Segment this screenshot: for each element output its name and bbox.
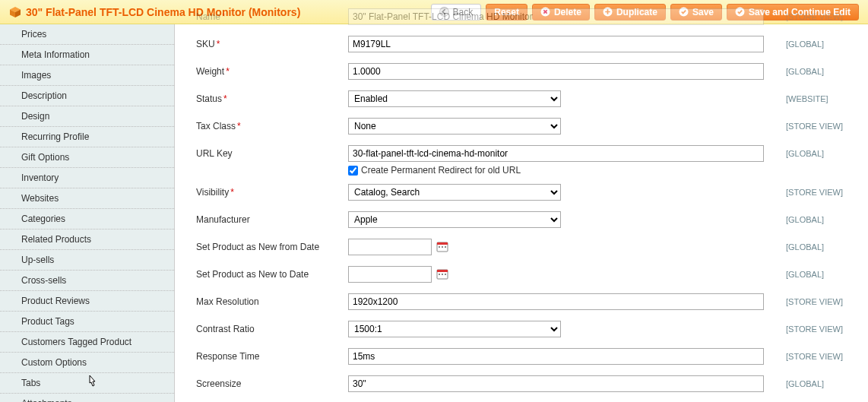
label-name: Name [196, 11, 220, 22]
scope-screensize: [GLOBAL] [786, 379, 854, 388]
label-visibility: Visibility [196, 187, 229, 198]
sidebar-item-images[interactable]: Images [0, 65, 174, 86]
sidebar-item-upsells[interactable]: Up-sells [0, 250, 174, 271]
svg-rect-11 [442, 246, 443, 248]
manufacturer-select[interactable]: Apple [348, 211, 561, 228]
svg-rect-9 [437, 242, 448, 245]
name-input[interactable] [348, 8, 764, 25]
scope-response: [STORE VIEW] [786, 352, 854, 361]
sidebar-item-meta[interactable]: Meta Information [0, 45, 174, 65]
sidebar-item-recurring[interactable]: Recurring Profile [0, 127, 174, 147]
label-response: Response Time [196, 351, 259, 362]
scope-taxclass: [STORE VIEW] [786, 122, 854, 131]
redirect-label: Create Permanent Redirect for old URL [361, 165, 521, 176]
label-manufacturer: Manufacturer [196, 214, 250, 225]
weight-input[interactable] [348, 63, 764, 80]
svg-rect-14 [437, 270, 448, 272]
scope-sku: [GLOBAL] [786, 40, 854, 49]
redirect-checkbox[interactable] [348, 166, 358, 176]
scope-urlkey: [GLOBAL] [786, 149, 854, 158]
contrast-select[interactable]: 1500:1 [348, 321, 561, 337]
screensize-input[interactable] [348, 375, 764, 392]
label-urlkey: URL Key [196, 148, 233, 159]
sidebar-item-prices[interactable]: Prices [0, 24, 174, 45]
newto-input[interactable] [348, 266, 432, 283]
sidebar-item-gift[interactable]: Gift Options [0, 147, 174, 168]
scope-weight: [GLOBAL] [786, 67, 854, 76]
svg-rect-10 [439, 246, 440, 248]
label-maxres: Max Resolution [196, 296, 259, 307]
label-sku: SKU [196, 39, 215, 49]
form-content: Name* [STORE VIEW] SKU* [GLOBAL] Weight*… [175, 24, 868, 402]
sidebar-item-custom-options[interactable]: Custom Options [0, 353, 174, 373]
sidebar-item-attachments[interactable]: Attachments [0, 394, 174, 402]
label-status: Status [196, 93, 222, 104]
label-newfrom: Set Product as New from Date [196, 242, 319, 252]
urlkey-input[interactable] [348, 145, 764, 162]
sku-input[interactable] [348, 36, 764, 52]
svg-rect-12 [445, 246, 446, 248]
scope-contrast: [STORE VIEW] [786, 324, 854, 334]
maxres-input[interactable] [348, 293, 764, 310]
sidebar-item-tabs[interactable]: Tabs [0, 373, 174, 394]
visibility-select[interactable]: Catalog, Search [348, 184, 561, 201]
scope-manufacturer: [GLOBAL] [786, 215, 854, 224]
calendar-icon[interactable] [436, 241, 448, 253]
sidebar-item-inventory[interactable]: Inventory [0, 168, 174, 188]
sidebar-item-crosssells[interactable]: Cross-sells [0, 271, 174, 291]
svg-rect-15 [439, 274, 440, 275]
label-newto: Set Product as New to Date [196, 269, 309, 280]
newfrom-input[interactable] [348, 239, 432, 255]
scope-status: [WEBSITE] [786, 94, 854, 103]
label-screensize: Screensize [196, 378, 241, 389]
sidebar-item-customers-tagged[interactable]: Customers Tagged Product [0, 332, 174, 353]
sidebar: Prices Meta Information Images Descripti… [0, 24, 175, 402]
sidebar-item-tags[interactable]: Product Tags [0, 312, 174, 332]
product-cube-icon [9, 6, 21, 18]
scope-newfrom: [GLOBAL] [786, 242, 854, 252]
status-select[interactable]: Enabled [348, 90, 561, 107]
scope-visibility: [STORE VIEW] [786, 188, 854, 197]
sidebar-item-reviews[interactable]: Product Reviews [0, 291, 174, 312]
sidebar-item-related[interactable]: Related Products [0, 229, 174, 250]
taxclass-select[interactable]: None [348, 118, 561, 135]
svg-rect-16 [442, 274, 443, 275]
scope-maxres: [STORE VIEW] [786, 297, 854, 306]
label-contrast: Contrast Ratio [196, 324, 255, 334]
sidebar-item-websites[interactable]: Websites [0, 188, 174, 209]
label-taxclass: Tax Class [196, 121, 236, 131]
sidebar-item-description[interactable]: Description [0, 86, 174, 106]
calendar-icon[interactable] [436, 268, 448, 280]
svg-rect-17 [445, 274, 446, 275]
label-weight: Weight [196, 66, 224, 77]
scope-name: [STORE VIEW] [786, 12, 854, 21]
sidebar-item-design[interactable]: Design [0, 106, 174, 127]
sidebar-item-categories[interactable]: Categories [0, 209, 174, 229]
scope-newto: [GLOBAL] [786, 270, 854, 279]
response-input[interactable] [348, 348, 764, 365]
